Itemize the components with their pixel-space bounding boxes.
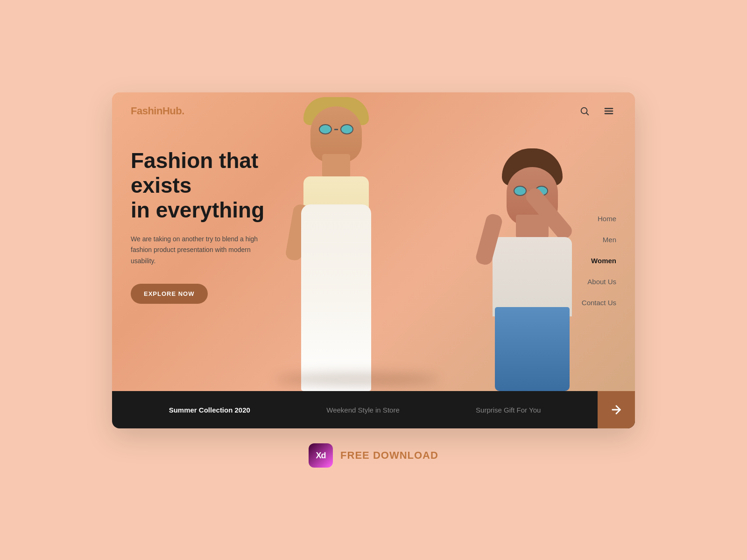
person-right [486,130,579,391]
p1-neck [322,154,350,177]
header-icons [577,104,616,119]
hero-title: Fashion that exists in everything [131,148,317,223]
bottom-bar: Summer Collection 2020 Weekend Style in … [112,391,635,428]
nav-item-home[interactable]: Home [582,215,616,223]
page-wrapper: FashinHub. H [0,0,747,560]
header: FashinHub. [112,92,635,130]
nav-item-women[interactable]: Women [582,257,616,265]
hero-subtitle: We are taking on another try to blend a … [131,234,271,267]
nav-item-contact[interactable]: Contact Us [582,299,616,307]
svg-line-1 [586,113,588,115]
hero-content: Fashion that exists in everything We are… [131,148,317,304]
ground-shadow [275,372,439,386]
download-text: FREE DOWNLOAD [340,449,438,462]
bottom-bar-items: Summer Collection 2020 Weekend Style in … [112,406,598,414]
download-section: Xd FREE DOWNLOAD [309,443,438,468]
explore-now-button[interactable]: EXPLORE NOW [131,284,208,304]
main-card: FashinHub. H [112,92,635,428]
hamburger-menu-icon[interactable] [601,104,616,119]
nav-item-about[interactable]: About Us [582,278,616,286]
xd-icon: Xd [309,443,333,468]
bottom-item-surprise[interactable]: Surprise Gift For You [476,406,541,414]
p2-skirt [495,307,570,391]
svg-point-0 [581,108,587,114]
search-icon[interactable] [577,104,592,119]
bottom-item-weekend[interactable]: Weekend Style in Store [326,406,399,414]
p2-shirt [493,237,572,316]
logo-text: FashinHub. [131,105,184,117]
nav-item-men[interactable]: Men [582,236,616,244]
logo: FashinHub. [131,105,184,117]
navigation-menu: Home Men Women About Us Contact Us [582,215,616,307]
bottom-arrow-button[interactable] [598,391,635,428]
bottom-item-summer[interactable]: Summer Collection 2020 [169,406,250,414]
